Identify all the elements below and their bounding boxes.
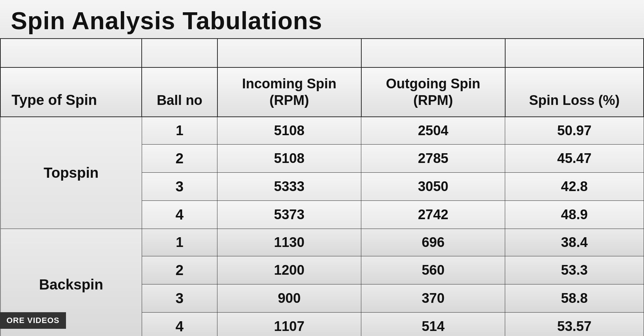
spin-analysis-table: Type of Spin Ball no Incoming Spin(RPM) … bbox=[0, 38, 644, 336]
outgoing-spin-cell: 696 bbox=[361, 229, 505, 256]
ball-no-cell: 4 bbox=[142, 313, 217, 336]
spacer-cell-4 bbox=[361, 39, 505, 67]
ball-no-cell: 1 bbox=[142, 229, 217, 256]
table-body: Topspin15108250450.9725108278545.4735333… bbox=[0, 117, 644, 336]
topspin-row: Topspin15108250450.97 bbox=[0, 117, 644, 145]
spin-loss-cell: 45.47 bbox=[505, 145, 644, 173]
more-videos-button[interactable]: ORE VIDEOS bbox=[0, 312, 66, 329]
spin-loss-cell: 38.4 bbox=[505, 229, 644, 256]
page-title: Spin Analysis Tabulations bbox=[11, 6, 633, 35]
incoming-spin-cell: 5108 bbox=[217, 117, 361, 145]
outgoing-spin-cell: 2742 bbox=[361, 201, 505, 229]
spin-loss-cell: 58.8 bbox=[505, 284, 644, 313]
spacer-cell-1 bbox=[0, 39, 142, 67]
outgoing-spin-cell: 370 bbox=[361, 284, 505, 313]
incoming-spin-cell: 900 bbox=[217, 284, 361, 313]
spin-loss-cell: 48.9 bbox=[505, 201, 644, 229]
page-wrapper: Spin Analysis Tabulations Type of Spin B… bbox=[0, 0, 644, 336]
ball-no-cell: 2 bbox=[142, 145, 217, 173]
ball-no-cell: 4 bbox=[142, 201, 217, 229]
ball-no-cell: 2 bbox=[142, 256, 217, 284]
spin-loss-cell: 53.3 bbox=[505, 256, 644, 284]
spacer-cell-5 bbox=[505, 39, 644, 67]
backspin-row: Backspin1113069638.4 bbox=[0, 229, 644, 256]
table-container: Type of Spin Ball no Incoming Spin(RPM) … bbox=[0, 38, 644, 336]
incoming-spin-cell: 1200 bbox=[217, 256, 361, 284]
outgoing-spin-cell: 2504 bbox=[361, 117, 505, 145]
outgoing-spin-cell: 514 bbox=[361, 313, 505, 336]
col-header-incoming: Incoming Spin(RPM) bbox=[217, 67, 361, 117]
spin-loss-cell: 53.57 bbox=[505, 313, 644, 336]
col-header-spinloss: Spin Loss (%) bbox=[505, 67, 644, 117]
spacer-row bbox=[0, 39, 644, 67]
spin-loss-cell: 50.97 bbox=[505, 117, 644, 145]
topspin-label-cell: Topspin bbox=[0, 117, 142, 229]
ball-no-cell: 1 bbox=[142, 117, 217, 145]
col-header-ball: Ball no bbox=[142, 67, 217, 117]
incoming-spin-cell: 5333 bbox=[217, 173, 361, 201]
ball-no-cell: 3 bbox=[142, 173, 217, 201]
col-header-outgoing: Outgoing Spin(RPM) bbox=[361, 67, 505, 117]
ball-no-cell: 3 bbox=[142, 284, 217, 313]
incoming-spin-cell: 1130 bbox=[217, 229, 361, 256]
spin-loss-cell: 42.8 bbox=[505, 173, 644, 201]
header-row: Type of Spin Ball no Incoming Spin(RPM) … bbox=[0, 67, 644, 117]
outgoing-spin-cell: 560 bbox=[361, 256, 505, 284]
incoming-spin-cell: 1107 bbox=[217, 313, 361, 336]
incoming-spin-cell: 5108 bbox=[217, 145, 361, 173]
outgoing-spin-cell: 2785 bbox=[361, 145, 505, 173]
title-area: Spin Analysis Tabulations bbox=[0, 0, 644, 38]
spacer-cell-3 bbox=[217, 39, 361, 67]
outgoing-spin-cell: 3050 bbox=[361, 173, 505, 201]
incoming-spin-cell: 5373 bbox=[217, 201, 361, 229]
spacer-cell-2 bbox=[142, 39, 217, 67]
col-header-type: Type of Spin bbox=[0, 67, 142, 117]
